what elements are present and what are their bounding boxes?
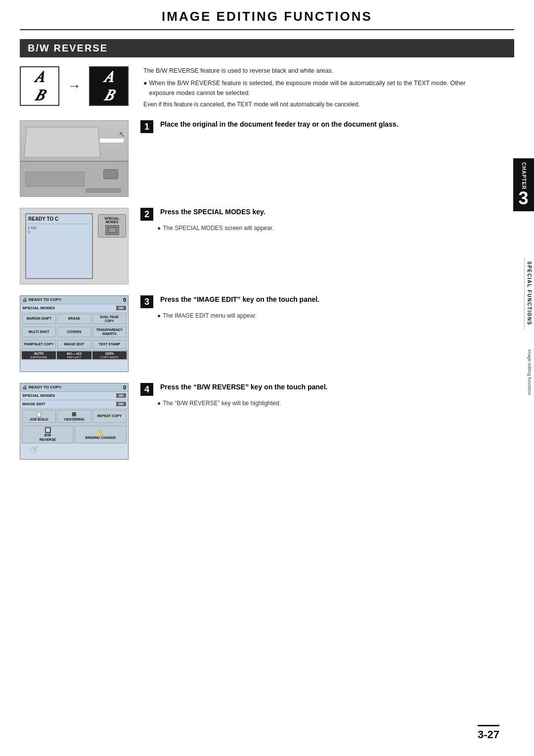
arrow-icon: → — [67, 78, 81, 94]
tp1-image-edit-btn[interactable]: IMAGE EDIT — [57, 340, 91, 349]
step-4-text: 4 Press the “B/W REVERSE” key on the tou… — [140, 383, 490, 408]
tp2-ok-btn-2[interactable]: OK — [116, 402, 127, 406]
tp2-printer-icon: 🖨 — [22, 384, 27, 390]
bw-illustration: 𝐴 𝐵 → 𝐴 𝐵 — [20, 66, 129, 106]
tp1-text-stamp-btn[interactable]: TEXT STAMP — [92, 340, 127, 349]
tp1-btn-row-3: PAMPHLET COPY IMAGE EDIT TEXT STAMP — [20, 339, 128, 350]
image-editing-label: Image editing functions — [525, 346, 534, 398]
tp1-auto-btn[interactable]: AUTOEXPOSURE — [22, 351, 56, 359]
step-1-image: ↖ — [20, 120, 129, 197]
step-4-row: 🖨 READY TO COPY. 0 SPECIAL MODES OK IMAG… — [20, 383, 490, 460]
tp1-btn-row-2: MULTI SHOT COVERS TRANSPARENCYINSERTS — [20, 326, 128, 339]
chapter-tab: CHAPTER 3 — [513, 158, 534, 211]
step-2-row: READY TO C 2 EDY SPECIAL MODES — [20, 208, 490, 284]
tp2-grid-row-1: 📋 JOB BUILD ⊞ CENTERING REPEAT COPY — [20, 409, 128, 425]
tp1-transparency-btn[interactable]: TRANSPARENCYINSERTS — [92, 327, 127, 337]
bw-intro-section: 𝐴 𝐵 → 𝐴 𝐵 The B/W REVERSE feature is use… — [20, 66, 490, 109]
reversed-letter-box: 𝐴 𝐵 — [89, 66, 129, 106]
tp2-bw-reverse-btn[interactable]: 🔲 B/W REVERSE — [22, 425, 74, 443]
page-number: 3-27 — [478, 725, 499, 741]
steps-area: ↖ 1 Place the original in the document f… — [20, 120, 490, 460]
touchpanel-2: 🖨 READY TO COPY. 0 SPECIAL MODES OK IMAG… — [20, 383, 129, 460]
tp1-paper-btn[interactable]: AU— x11PAP LECT — [57, 351, 91, 359]
tp1-pamphlet-btn[interactable]: PAMPHLET COPY — [22, 340, 56, 349]
step-1-text: 1 Place the original in the document fee… — [140, 120, 490, 136]
page-title: IMAGE EDITING FUNCTIONS — [20, 9, 514, 24]
tp1-status-row: 🖨 READY TO COPY. 0 — [20, 296, 128, 304]
tp2-special-modes-row: SPECIAL MODES OK — [20, 392, 128, 400]
page-header: IMAGE EDITING FUNCTIONS — [0, 0, 534, 30]
tp1-multi-shot-btn[interactable]: MULTI SHOT — [22, 327, 56, 337]
bw-description: The B/W REVERSE feature is used to rever… — [143, 66, 490, 109]
printer-icon: 🖨 — [22, 297, 27, 302]
tp1-erase-btn[interactable]: ERASE — [57, 314, 91, 325]
tp2-repeat-copy-btn[interactable]: REPEAT COPY — [92, 410, 127, 424]
step-3-text: 3 Press the “IMAGE EDIT” key on the touc… — [140, 295, 490, 320]
chapter-label: CHAPTER — [521, 162, 527, 189]
modes-icon — [105, 225, 119, 235]
tp1-margin-shift-btn[interactable]: MARGIN SHIFT — [22, 314, 56, 325]
svg-rect-1 — [109, 228, 116, 232]
chapter-number: 3 — [518, 189, 529, 207]
tp2-job-build-btn[interactable]: 📋 JOB BUILD — [22, 410, 56, 424]
tp1-covers-btn[interactable]: COVERS — [57, 327, 91, 337]
tp2-centering-btn[interactable]: ⊞ CENTERING — [57, 410, 91, 424]
tp2-ok-btn-1[interactable]: OK — [116, 393, 127, 398]
step-1-row: ↖ 1 Place the original in the document f… — [20, 120, 490, 197]
special-functions-label: SPECIAL FUNCTIONS — [524, 257, 534, 330]
original-letter-box: 𝐴 𝐵 — [20, 66, 59, 106]
touchpanel-1: 🖨 READY TO COPY. 0 SPECIAL MODES OK MARG… — [20, 295, 129, 372]
arrow-up-icon: ↖ — [119, 130, 125, 139]
tp2-status-row: 🖨 READY TO COPY. 0 — [20, 383, 128, 392]
ready-text: READY TO C — [26, 214, 92, 224]
step-2-image: READY TO C 2 EDY SPECIAL MODES — [20, 208, 129, 284]
special-modes-key[interactable]: SPECIAL MODES — [98, 214, 126, 237]
tp1-dual-page-btn[interactable]: DUAL PAGECOPY — [92, 314, 127, 325]
tp1-ok-btn[interactable]: OK — [116, 306, 127, 310]
step-2-text: 2 Press the SPECIAL MODES key. ● The SPE… — [140, 208, 490, 233]
tp1-btn-row-1: MARGIN SHIFT ERASE DUAL PAGECOPY — [20, 313, 128, 326]
step-3-row: 🖨 READY TO COPY. 0 SPECIAL MODES OK MARG… — [20, 295, 490, 372]
tp1-ratio-btn[interactable]: 100%COPY RATIO — [92, 351, 127, 359]
tp1-special-modes-row: SPECIAL MODES OK — [20, 304, 128, 313]
tp1-footer: AUTOEXPOSURE AU— x11PAP LECT 100%COPY RA… — [20, 350, 128, 360]
tp2-binding-change-btn[interactable]: 📐 BINDING CHANGE — [75, 425, 127, 443]
tp2-image-edit-row: IMAGE EDIT OK — [20, 400, 128, 409]
section-title: B/W REVERSE — [20, 39, 514, 57]
